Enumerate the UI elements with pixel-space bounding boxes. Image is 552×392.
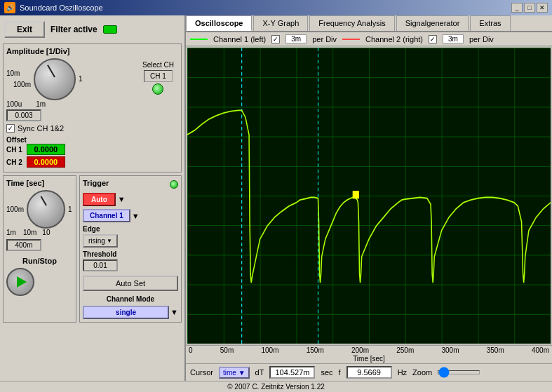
filter-label: Filter active: [51, 25, 97, 34]
time-value[interactable]: 400m: [6, 239, 41, 251]
tab-oscilloscope[interactable]: Oscilloscope: [186, 15, 252, 31]
trigger-mode-arrow[interactable]: ▼: [118, 195, 126, 203]
trigger-title: Trigger: [83, 179, 109, 187]
trigger-edge-dropdown[interactable]: rising ▼: [83, 234, 118, 248]
trigger-box: Trigger Auto ▼ Channel 1 ▼ Edge rising ▼: [79, 175, 182, 323]
time-scale-1: 1: [68, 204, 72, 215]
oscilloscope-svg: [187, 48, 551, 344]
channel-mode-label: Channel Mode: [83, 295, 178, 303]
amp-scale-10m: 10m: [6, 68, 31, 79]
zoom-slider[interactable]: [438, 370, 480, 374]
trigger-channel-arrow[interactable]: ▼: [132, 212, 140, 220]
edge-label: Edge: [83, 225, 178, 233]
ch1-per-div-unit: per Div: [312, 35, 337, 43]
left-panel: Exit Filter active Amplitude [1/Div] 10m…: [0, 15, 186, 381]
time-axis-50m: 50m: [220, 346, 234, 354]
time-knob[interactable]: [27, 190, 65, 229]
close-button[interactable]: ✕: [537, 3, 548, 13]
offset-label: Offset: [6, 136, 27, 144]
cursor-mode-dropdown[interactable]: time ▼: [219, 367, 250, 379]
tab-signal-generator[interactable]: Signalgenerator: [396, 15, 469, 31]
window-controls: _ □ ✕: [511, 3, 548, 13]
sync-label: Sync CH 1&2: [18, 124, 64, 133]
svg-rect-4: [353, 191, 358, 198]
ch2-line-indicator: [342, 39, 360, 40]
offset-ch2-label: CH 2: [6, 158, 22, 166]
tab-xy-graph[interactable]: X-Y Graph: [253, 15, 308, 31]
select-ch-area: Select CH CH 1: [142, 61, 174, 95]
time-box: Time [sec] 100m 1 1m 1: [3, 175, 76, 323]
app-icon: 🔊: [4, 2, 15, 13]
minimize-button[interactable]: _: [511, 3, 523, 13]
ch2-per-div-unit: per Div: [469, 35, 494, 43]
filter-active-led: [103, 25, 117, 34]
time-axis-100m: 100m: [261, 346, 278, 354]
exit-filter-row: Exit Filter active: [3, 18, 182, 41]
time-axis-unit: Time [sec]: [353, 355, 385, 363]
offset-ch2-value[interactable]: 0.0000: [27, 156, 65, 168]
cursor-label: Cursor: [190, 368, 213, 377]
amp-scale-1: 1: [79, 73, 83, 86]
edge-dropdown-arrow: ▼: [107, 238, 112, 244]
bottom-controls: Time [sec] 100m 1 1m 1: [3, 175, 182, 323]
cursor-dt-label: dT: [255, 368, 264, 377]
ch1-led: [152, 83, 163, 95]
time-title: Time [sec]: [6, 179, 73, 187]
oscilloscope-display: [187, 48, 551, 344]
ch1-per-div[interactable]: [285, 34, 307, 43]
ch1-visible-checkbox[interactable]: ✓: [271, 35, 280, 43]
amp-scale-100m: 100m: [13, 79, 31, 90]
right-panel: Oscilloscope X-Y Graph Frequency Analysi…: [186, 15, 552, 381]
time-scale-10m: 10m: [23, 229, 36, 236]
cursor-zoom-label: Zoom: [412, 368, 432, 377]
trigger-edge-value: rising: [88, 237, 105, 245]
amplitude-box: Amplitude [1/Div] 10m 100m 1 Select CH: [3, 43, 182, 173]
tabs-row: Oscilloscope X-Y Graph Frequency Analysi…: [186, 15, 552, 32]
sync-checkbox[interactable]: ✓: [6, 124, 15, 133]
time-scale-100m: 100m: [6, 204, 24, 215]
channel2-label: Channel 2 (right): [365, 35, 423, 43]
cursor-f-unit: Hz: [398, 368, 407, 377]
time-axis-350m: 350m: [487, 346, 504, 354]
channel-mode-arrow[interactable]: ▼: [170, 308, 178, 316]
channel-mode-button[interactable]: single: [83, 306, 169, 319]
select-ch-label: Select CH: [142, 61, 174, 69]
trigger-channel-button[interactable]: Channel 1: [83, 209, 130, 222]
sync-row: ✓ Sync CH 1&2: [6, 124, 178, 133]
window-title: Soundcard Oszilloscope: [20, 4, 103, 12]
copyright-bar: © 2007 C. Zeitnitz Version 1.22: [0, 381, 552, 392]
offset-ch1-value[interactable]: 0.0000: [27, 144, 65, 155]
time-axis-200m: 200m: [351, 346, 369, 354]
tab-frequency-analysis[interactable]: Frequency Analysis: [309, 15, 394, 31]
channel-controls-row: Channel 1 (left) ✓ per Div Channel 2 (ri…: [186, 32, 552, 46]
ch1-button[interactable]: CH 1: [144, 70, 173, 82]
offset-ch1-label: CH 1: [6, 146, 22, 154]
cursor-f-value[interactable]: [346, 366, 392, 379]
run-stop-label: Run/Stop: [6, 257, 73, 265]
tab-extras[interactable]: Extras: [470, 15, 510, 31]
exit-button[interactable]: Exit: [4, 21, 45, 38]
amplitude-value[interactable]: 0.003: [6, 109, 41, 121]
cursor-bar: Cursor time ▼ dT sec f Hz Zoom: [186, 363, 552, 381]
trigger-auto-button[interactable]: Auto: [83, 193, 116, 206]
maximize-button[interactable]: □: [524, 3, 535, 13]
autoset-button[interactable]: Auto Set: [83, 276, 178, 291]
time-axis-300m: 300m: [441, 346, 459, 354]
cursor-dropdown-arrow: ▼: [238, 369, 245, 377]
ch2-visible-checkbox[interactable]: ✓: [429, 35, 437, 43]
cursor-mode-value: time: [223, 369, 236, 377]
channel1-label: Channel 1 (left): [213, 35, 266, 43]
time-scale-1m: 1m: [6, 229, 16, 236]
title-bar: 🔊 Soundcard Oszilloscope _ □ ✕: [0, 0, 552, 15]
threshold-value[interactable]: 0.01: [83, 259, 118, 271]
cursor-dt-value[interactable]: [269, 366, 315, 379]
cursor-f-label: f: [339, 368, 341, 377]
run-stop-button[interactable]: [6, 268, 34, 296]
play-icon: [17, 276, 27, 288]
ch2-per-div[interactable]: [443, 34, 464, 43]
time-axis-400m: 400m: [532, 346, 549, 354]
threshold-label: Threshold: [83, 250, 178, 258]
amplitude-title: Amplitude [1/Div]: [6, 47, 178, 55]
time-axis-0: 0: [189, 346, 193, 354]
amplitude-knob[interactable]: [34, 58, 76, 100]
